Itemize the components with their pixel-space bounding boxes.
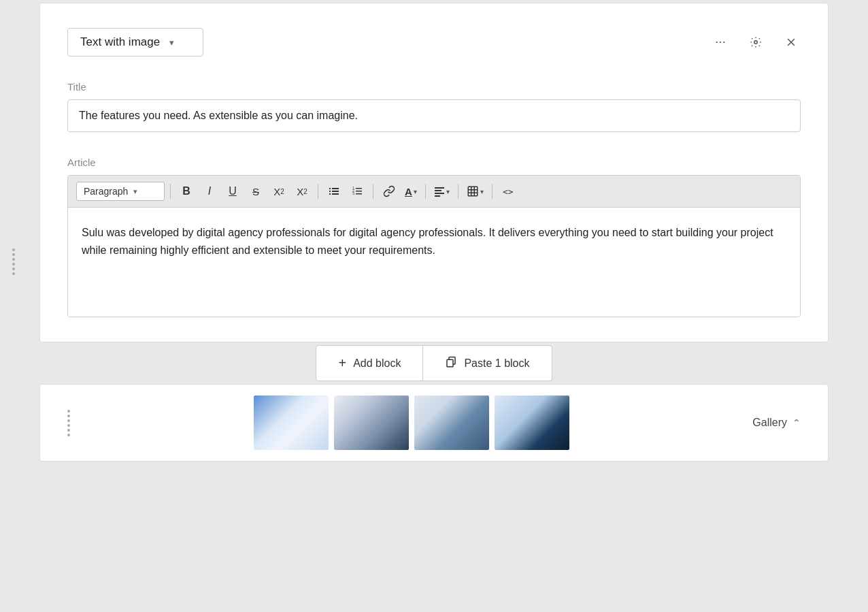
- svg-rect-15: [356, 193, 362, 195]
- toolbar-divider-3: [373, 184, 373, 199]
- gallery-thumbnail-2[interactable]: [334, 396, 409, 450]
- align-icon: [434, 186, 445, 197]
- ol-icon: 1. 2. 3.: [352, 186, 363, 197]
- ordered-list-button[interactable]: 1. 2. 3.: [347, 181, 367, 202]
- add-block-button[interactable]: + Add block: [316, 345, 423, 381]
- svg-rect-8: [329, 193, 331, 195]
- close-icon[interactable]: [782, 33, 801, 52]
- article-label: Article: [67, 157, 801, 168]
- superscript-button[interactable]: X2: [292, 181, 312, 202]
- svg-rect-6: [329, 191, 331, 192]
- title-section: Title: [67, 81, 801, 157]
- svg-rect-7: [332, 191, 339, 192]
- svg-rect-19: [435, 195, 440, 197]
- italic-button[interactable]: I: [199, 181, 220, 202]
- svg-rect-9: [332, 193, 339, 195]
- drag-handle-bottom[interactable]: [67, 410, 70, 436]
- x-icon: [785, 36, 797, 48]
- table-button[interactable]: ▾: [464, 184, 486, 199]
- paragraph-chevron: ▾: [133, 187, 137, 196]
- gallery-label: Gallery: [752, 417, 787, 429]
- link-icon: [383, 185, 395, 197]
- underline-button[interactable]: U: [222, 181, 243, 202]
- gallery-thumbnail-1[interactable]: [254, 396, 329, 450]
- paragraph-style-select[interactable]: Paragraph ▾: [76, 182, 165, 201]
- gallery-card: Gallery ⌃: [39, 384, 829, 462]
- svg-rect-13: [356, 191, 362, 192]
- align-chevron-icon: ▾: [446, 188, 450, 195]
- gallery-label-wrap[interactable]: Gallery ⌃: [752, 417, 801, 429]
- strikethrough-button[interactable]: S: [246, 181, 266, 202]
- svg-rect-5: [332, 188, 339, 189]
- code-button[interactable]: <>: [498, 181, 518, 202]
- ul-icon: [329, 186, 339, 197]
- color-icon: A: [405, 186, 412, 197]
- paragraph-label: Paragraph: [84, 186, 128, 197]
- paste-block-label: Paste 1 block: [464, 357, 529, 370]
- svg-rect-11: [356, 188, 362, 189]
- main-content-card: Text with image ▾: [39, 3, 829, 342]
- add-icon: +: [338, 355, 346, 371]
- settings-icon[interactable]: [746, 33, 765, 52]
- color-chevron-icon: ▾: [414, 188, 417, 195]
- svg-rect-20: [468, 187, 478, 196]
- color-picker-button[interactable]: A ▾: [402, 184, 420, 199]
- toolbar-divider-4: [425, 184, 426, 199]
- header-row: Text with image ▾: [67, 28, 801, 57]
- toolbar-divider-5: [458, 184, 458, 199]
- toolbar-divider-1: [170, 184, 171, 199]
- table-chevron-icon: ▾: [480, 188, 484, 195]
- block-type-label: Text with image: [80, 35, 160, 49]
- svg-point-1: [720, 42, 721, 43]
- svg-rect-26: [447, 359, 453, 367]
- header-icons: [711, 33, 801, 52]
- svg-rect-16: [435, 187, 444, 189]
- article-section: Article Paragraph ▾ B I U S X2 X2: [67, 157, 801, 317]
- gallery-thumbnail-4[interactable]: [495, 396, 569, 450]
- svg-point-3: [754, 41, 758, 44]
- page-wrapper: Text with image ▾: [0, 0, 868, 612]
- title-label: Title: [67, 81, 801, 93]
- svg-point-2: [723, 42, 724, 43]
- svg-point-0: [716, 42, 718, 43]
- editor-toolbar: Paragraph ▾ B I U S X2 X2: [68, 176, 800, 208]
- article-text: Sulu was developed by digital agency pro…: [82, 224, 786, 259]
- ellipsis-icon: [714, 36, 727, 48]
- svg-text:3.: 3.: [352, 191, 355, 195]
- chevron-down-icon: ▾: [169, 37, 174, 48]
- paste-icon: [445, 356, 457, 371]
- link-button[interactable]: [379, 181, 399, 202]
- paste-block-button[interactable]: Paste 1 block: [423, 345, 552, 381]
- bold-button[interactable]: B: [176, 181, 197, 202]
- editor-content[interactable]: Sulu was developed by digital agency pro…: [68, 208, 800, 317]
- gallery-thumbnail-3[interactable]: [414, 396, 489, 450]
- toolbar-divider-2: [318, 184, 318, 199]
- more-options-icon[interactable]: [711, 33, 730, 52]
- title-input[interactable]: [67, 99, 801, 132]
- align-button[interactable]: ▾: [431, 184, 452, 198]
- action-buttons: + Add block Paste 1 block: [316, 345, 552, 381]
- drag-handle-top[interactable]: [12, 248, 15, 275]
- gallery-chevron-icon: ⌃: [792, 417, 801, 428]
- gallery-thumbnails: [254, 396, 569, 450]
- table-icon: [467, 185, 479, 197]
- block-type-selector[interactable]: Text with image ▾: [67, 28, 203, 57]
- editor-wrapper: Paragraph ▾ B I U S X2 X2: [67, 175, 801, 317]
- svg-rect-4: [329, 188, 331, 189]
- svg-rect-17: [435, 190, 441, 191]
- toolbar-divider-6: [492, 184, 493, 199]
- unordered-list-button[interactable]: [324, 181, 344, 202]
- gear-icon: [750, 36, 762, 48]
- svg-rect-18: [435, 193, 444, 194]
- subscript-button[interactable]: X2: [269, 181, 289, 202]
- add-block-label: Add block: [353, 357, 401, 370]
